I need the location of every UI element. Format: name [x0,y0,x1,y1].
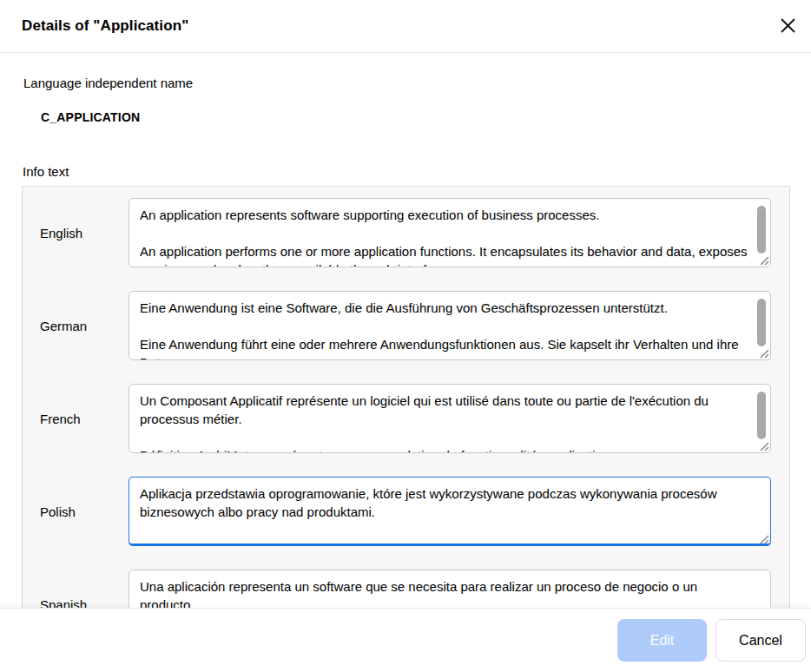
info-text-row-english: English An application represents softwa… [23,198,771,267]
language-label-polish: Polish [23,504,129,519]
textarea-wrapper: Eine Anwendung ist eine Software, die di… [129,291,771,360]
cancel-button[interactable]: Cancel [715,619,806,662]
textarea-wrapper: Un Composant Applicatif représente un lo… [129,384,771,453]
info-text-row-polish: Polish Aplikacja przedstawia oprogramowa… [23,477,771,546]
info-text-input-english[interactable]: An application represents software suppo… [129,198,771,267]
language-label-french: French [23,412,129,426]
language-independent-name-label: Language independent name [23,76,790,91]
info-text-input-polish[interactable]: Aplikacja przedstawia oprogramowanie, kt… [129,477,771,546]
textarea-wrapper: Una aplicación representa un software qu… [129,570,771,608]
language-label-spanish: Spanish [23,597,129,609]
dialog-title: Details of "Application" [22,17,188,35]
textarea-wrapper: Aplikacja przedstawia oprogramowanie, kt… [129,477,771,546]
info-text-input-french[interactable]: Un Composant Applicatif représente un lo… [129,384,771,453]
details-dialog: Details of "Application" Language indepe… [0,0,811,672]
scrollbar-thumb[interactable] [757,392,766,439]
info-text-row-french: French Un Composant Applicatif représent… [23,384,771,453]
dialog-body: Language independent name C_APPLICATION … [0,53,811,608]
info-text-input-spanish[interactable]: Una aplicación representa un software qu… [129,570,771,608]
info-text-label: Info text [23,164,790,180]
language-independent-name-value: C_APPLICATION [41,110,790,124]
dialog-header: Details of "Application" [0,0,811,53]
info-text-input-german[interactable]: Eine Anwendung ist eine Software, die di… [129,291,771,360]
language-label-german: German [23,319,129,333]
language-label-english: English [23,226,129,240]
info-text-row-german: German Eine Anwendung ist eine Software,… [23,291,771,360]
close-button[interactable] [773,10,802,40]
textarea-wrapper: An application represents software suppo… [129,198,771,267]
scrollbar-thumb[interactable] [757,299,766,346]
scrollbar-thumb[interactable] [757,206,766,254]
dialog-footer: Edit Cancel [0,608,811,672]
info-text-panel: English An application represents softwa… [22,186,790,608]
close-icon [780,17,796,34]
info-text-row-spanish: Spanish Una aplicación representa un sof… [23,570,771,608]
edit-button[interactable]: Edit [617,619,707,662]
